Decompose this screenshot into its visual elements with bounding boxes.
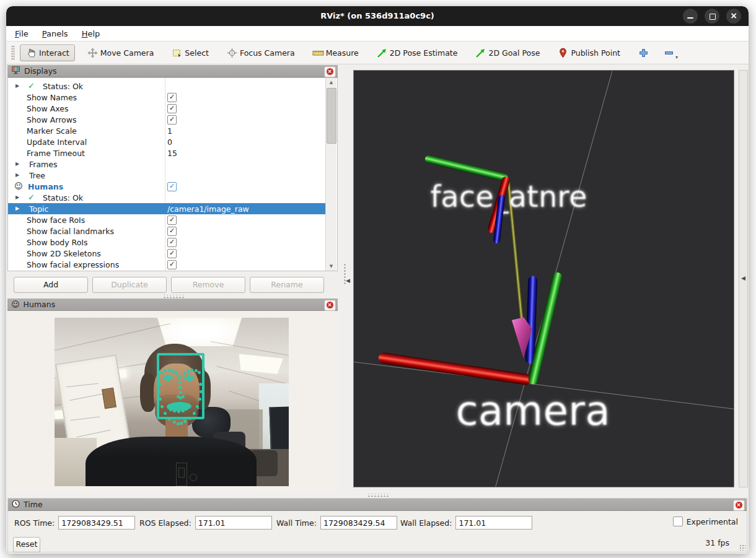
facial-landmark-dot bbox=[165, 376, 169, 380]
tree-row-show-facial-expressions[interactable]: Show facial expressions✓ bbox=[8, 259, 328, 270]
tree-row-checkbox[interactable]: ✓ bbox=[167, 93, 177, 102]
close-button[interactable]: × bbox=[726, 9, 741, 24]
tree-row-label: Marker Scale bbox=[27, 126, 77, 136]
displays-panel-header[interactable]: Displays bbox=[7, 65, 338, 77]
facial-landmark-dot bbox=[178, 376, 181, 379]
add-button[interactable]: Add bbox=[14, 277, 88, 293]
time-field-ros-time: ROS Time: bbox=[14, 516, 135, 530]
tree-row-marker-scale[interactable]: Marker Scale1 bbox=[8, 125, 328, 136]
tree-row-label: Status: Ok bbox=[43, 82, 83, 91]
tree-row-checkbox[interactable]: ✓ bbox=[167, 216, 177, 225]
minimize-icon bbox=[687, 17, 693, 19]
main-splitter[interactable]: ◀ bbox=[339, 65, 352, 492]
tool-move-camera[interactable]: Move Camera bbox=[81, 45, 160, 61]
menu-file[interactable]: File bbox=[12, 28, 31, 39]
reset-button[interactable]: Reset bbox=[13, 537, 40, 552]
expander-icon[interactable]: ▶ bbox=[15, 172, 19, 178]
time-panel: Time Experimental Reset 31 fps ROS Time:… bbox=[7, 498, 747, 552]
tree-row-show-names[interactable]: Show Names✓ bbox=[8, 92, 328, 103]
select-box-icon bbox=[171, 48, 183, 58]
time-field-input[interactable] bbox=[195, 516, 272, 530]
smiley-icon: ☺ bbox=[14, 181, 23, 191]
tree-row-checkbox[interactable]: ✓ bbox=[167, 104, 177, 113]
green-arrow-icon bbox=[475, 48, 486, 58]
resize-grip[interactable] bbox=[739, 544, 745, 551]
tree-row-checkbox[interactable]: ✓ bbox=[167, 260, 177, 269]
tree-row-checkbox[interactable]: ✓ bbox=[167, 115, 177, 124]
expander-icon[interactable]: ▶ bbox=[15, 194, 19, 200]
rviz-window: RViz* (on 536d911a0c9c) × FilePanelsHelp… bbox=[6, 6, 749, 554]
tree-row-checkbox[interactable]: ✓ bbox=[167, 249, 177, 258]
tree-row-show-arrows[interactable]: Show Arrows✓ bbox=[8, 114, 328, 125]
tool-2d-goal-pose[interactable]: 2D Goal Pose bbox=[469, 45, 545, 61]
horizontal-splitter[interactable] bbox=[163, 295, 184, 298]
tree-row-checkbox[interactable]: ✓ bbox=[167, 227, 177, 236]
tree-row-frames[interactable]: ▶Frames bbox=[8, 159, 328, 170]
tool-interact[interactable]: Interact bbox=[20, 45, 75, 61]
tree-row-label: Topic bbox=[29, 204, 48, 214]
expander-icon[interactable]: ▶ bbox=[15, 206, 19, 211]
time-field-input[interactable] bbox=[320, 516, 397, 530]
tool-focus-camera[interactable]: Focus Camera bbox=[221, 45, 301, 61]
facial-landmark-dot bbox=[168, 417, 171, 421]
3d-viewport[interactable]: face_atnrecamera bbox=[353, 70, 734, 487]
time-field-input[interactable] bbox=[58, 516, 135, 530]
displays-icon bbox=[11, 65, 20, 77]
tree-row-update-interval[interactable]: Update Interval0 bbox=[8, 136, 328, 147]
humans-close-button[interactable] bbox=[324, 300, 336, 311]
tree-row-show-2d-skeletons[interactable]: Show 2D Skeletons✓ bbox=[8, 248, 328, 259]
humans-panel-header[interactable]: ☺ Humans bbox=[7, 299, 338, 311]
facial-landmark-dot bbox=[157, 390, 160, 393]
displays-close-button[interactable] bbox=[324, 66, 336, 77]
displays-scrollbar[interactable]: ▲ ▼ bbox=[325, 78, 336, 271]
tool-measure[interactable]: Measure bbox=[307, 45, 364, 61]
time-field-input[interactable] bbox=[455, 516, 532, 530]
tool-2d-pose-estimate[interactable]: 2D Pose Estimate bbox=[371, 45, 464, 61]
remove-tool-button[interactable]: ▾ bbox=[657, 43, 683, 63]
scrollbar-thumb[interactable] bbox=[327, 88, 336, 144]
right-panel-splitter[interactable]: ◀ bbox=[739, 70, 748, 487]
tool-select[interactable]: Select bbox=[165, 45, 214, 61]
tree-row-checkbox[interactable]: ✓ bbox=[167, 238, 177, 247]
rename-button: Rename bbox=[250, 277, 324, 293]
tree-row-show-body-rois[interactable]: Show body RoIs✓ bbox=[8, 237, 328, 248]
tree-row-status-ok[interactable]: ▶✓Status: Ok bbox=[8, 81, 328, 92]
expander-icon[interactable]: ▶ bbox=[15, 161, 19, 167]
tshirt-print bbox=[159, 461, 204, 486]
menu-panels[interactable]: Panels bbox=[40, 28, 71, 39]
time-panel-header[interactable]: Time bbox=[8, 499, 747, 511]
tree-row-show-face-rois[interactable]: Show face RoIs✓ bbox=[8, 214, 328, 225]
scroll-up-button[interactable]: ▲ bbox=[326, 78, 336, 87]
tree-row-topic[interactable]: ▶Topic/camera1/image_raw bbox=[8, 203, 329, 214]
time-close-button[interactable] bbox=[733, 500, 745, 511]
collapse-left-icon[interactable]: ◀ bbox=[346, 277, 350, 284]
tool-dropdown-caret[interactable]: ▾ bbox=[675, 54, 678, 60]
scroll-down-button[interactable]: ▼ bbox=[326, 262, 336, 271]
facial-landmark-dot bbox=[182, 409, 185, 412]
green-arrow-icon bbox=[376, 48, 388, 58]
facial-landmark-dot bbox=[187, 370, 190, 373]
tree-row-humans[interactable]: ☺Humans✓ bbox=[8, 181, 328, 192]
tree-row-frame-timeout[interactable]: Frame Timeout15 bbox=[8, 147, 328, 159]
toolbar-drag-handle[interactable] bbox=[11, 45, 15, 60]
time-field-label: Wall Time: bbox=[276, 518, 317, 528]
collapse-right-icon[interactable]: ◀ bbox=[741, 275, 745, 281]
minimize-button[interactable] bbox=[683, 9, 698, 24]
tree-row-show-facial-landmarks[interactable]: Show facial landmarks✓ bbox=[8, 225, 328, 237]
tree-row-show-axes[interactable]: Show Axes✓ bbox=[8, 103, 328, 114]
minus-icon bbox=[663, 48, 675, 58]
titlebar[interactable]: RViz* (on 536d911a0c9c) × bbox=[6, 6, 749, 26]
facial-landmark-dot bbox=[175, 372, 178, 375]
experimental-checkbox[interactable] bbox=[673, 517, 683, 526]
tool-publish-point[interactable]: Publish Point bbox=[552, 45, 626, 61]
tree-row-tree[interactable]: ▶Tree bbox=[8, 170, 328, 181]
maximize-button[interactable] bbox=[705, 9, 719, 24]
experimental-option: Experimental bbox=[673, 517, 738, 526]
expander-icon[interactable]: ▶ bbox=[15, 83, 19, 89]
menu-help[interactable]: Help bbox=[79, 28, 103, 39]
facial-landmark-dot bbox=[195, 369, 198, 372]
add-tool-button[interactable] bbox=[632, 45, 655, 61]
time-splitter[interactable] bbox=[367, 494, 389, 497]
tree-row-status-ok[interactable]: ▶✓Status: Ok bbox=[8, 192, 328, 203]
tree-row-checkbox[interactable]: ✓ bbox=[167, 182, 177, 191]
